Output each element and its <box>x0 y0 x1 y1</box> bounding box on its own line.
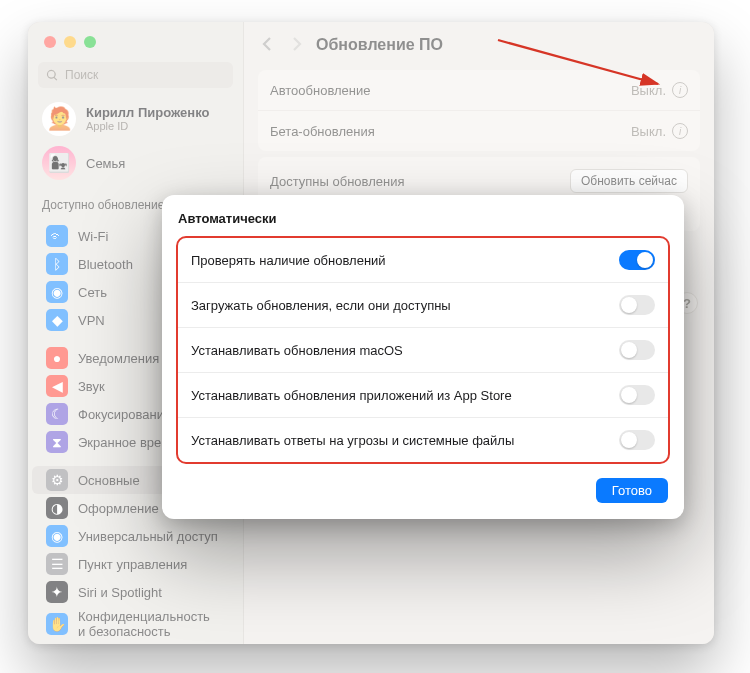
dialog-title: Автоматически <box>162 207 684 236</box>
back-button[interactable] <box>260 36 278 54</box>
sidebar-item-label: Основные <box>78 473 140 488</box>
value-beta-updates: Выкл. i <box>631 123 688 139</box>
sidebar-item-label: Оформление <box>78 501 159 516</box>
minimize-icon[interactable] <box>64 36 76 48</box>
sidebar-item-label: Фокусирование <box>78 407 171 422</box>
sidebar-item-label: Siri и Spotlight <box>78 585 162 600</box>
toggle-row: Устанавливать обновления приложений из A… <box>178 372 668 417</box>
sidebar-item-label: Уведомления <box>78 351 159 366</box>
cc-icon: ☰ <box>46 553 68 575</box>
automatic-updates-dialog: Автоматически Проверять наличие обновлен… <box>162 195 684 519</box>
sidebar-item-label: Bluetooth <box>78 257 133 272</box>
toggle-row: Загружать обновления, если они доступны <box>178 282 668 327</box>
profile-name: Кирилл Пироженко <box>86 106 209 121</box>
close-icon[interactable] <box>44 36 56 48</box>
value-auto-update: Выкл. i <box>631 82 688 98</box>
wifi-icon: ᯤ <box>46 225 68 247</box>
sidebar-item-label: Конфиденциальность и безопасность <box>78 609 210 639</box>
update-now-button[interactable]: Обновить сейчас <box>570 169 688 193</box>
sidebar-item-family[interactable]: 👩‍👧 Семья <box>28 142 243 186</box>
screen-icon: ⧗ <box>46 431 68 453</box>
toggle-switch[interactable] <box>619 385 655 405</box>
info-icon[interactable]: i <box>672 123 688 139</box>
content-header: Обновление ПО <box>244 22 714 64</box>
sidebar-item-label: Сеть <box>78 285 107 300</box>
net-icon: ◉ <box>46 281 68 303</box>
toggle-label: Устанавливать ответы на угрозы и системн… <box>191 433 514 448</box>
row-beta-updates[interactable]: Бета-обновления Выкл. i <box>258 110 700 151</box>
sidebar-item-apple-id[interactable]: 🧑‍🦰 Кирилл Пироженко Apple ID <box>28 98 243 142</box>
sidebar-item-label: Универсальный доступ <box>78 529 218 544</box>
toggle-row: Проверять наличие обновлений <box>178 238 668 282</box>
sidebar-item-acc[interactable]: ◉Универсальный доступ <box>32 522 239 550</box>
dialog-options-list: Проверять наличие обновленийЗагружать об… <box>176 236 670 464</box>
sidebar-item-label: VPN <box>78 313 105 328</box>
window-controls <box>28 22 243 48</box>
toggle-label: Загружать обновления, если они доступны <box>191 298 451 313</box>
toggle-label: Устанавливать обновления macOS <box>191 343 403 358</box>
toggle-row: Устанавливать обновления macOS <box>178 327 668 372</box>
toggle-switch[interactable] <box>619 340 655 360</box>
toggle-row: Устанавливать ответы на угрозы и системн… <box>178 417 668 462</box>
profile-sub: Apple ID <box>86 120 209 132</box>
bt-icon: ᛒ <box>46 253 68 275</box>
sidebar-item-label: Звук <box>78 379 105 394</box>
vpn-icon: ◆ <box>46 309 68 331</box>
toggle-label: Устанавливать обновления приложений из A… <box>191 388 512 403</box>
maximize-icon[interactable] <box>84 36 96 48</box>
bell-icon: ● <box>46 347 68 369</box>
sidebar-item-cc[interactable]: ☰Пункт управления <box>32 550 239 578</box>
sidebar-item-siri[interactable]: ✦Siri и Spotlight <box>32 578 239 606</box>
avatar: 🧑‍🦰 <box>42 102 76 136</box>
family-avatar-icon: 👩‍👧 <box>42 146 76 180</box>
info-icon[interactable]: i <box>672 82 688 98</box>
page-title: Обновление ПО <box>316 36 443 54</box>
done-button[interactable]: Готово <box>596 478 668 503</box>
search-icon <box>46 69 59 82</box>
toggle-switch[interactable] <box>619 430 655 450</box>
privacy-icon: ✋ <box>46 613 68 635</box>
siri-icon: ✦ <box>46 581 68 603</box>
acc-icon: ◉ <box>46 525 68 547</box>
toggle-label: Проверять наличие обновлений <box>191 253 386 268</box>
sidebar-item-privacy[interactable]: ✋Конфиденциальность и безопасность <box>32 606 239 642</box>
app-icon: ◑ <box>46 497 68 519</box>
sidebar-item-label: Wi-Fi <box>78 229 108 244</box>
row-auto-update[interactable]: Автообновление Выкл. i <box>258 70 700 110</box>
toggle-switch[interactable] <box>619 295 655 315</box>
toggle-switch[interactable] <box>619 250 655 270</box>
forward-button[interactable] <box>288 36 306 54</box>
search-input[interactable]: Поиск <box>38 62 233 88</box>
gear-icon: ⚙ <box>46 469 68 491</box>
sidebar-item-label: Пункт управления <box>78 557 187 572</box>
auto-update-card: Автообновление Выкл. i Бета-обновления В… <box>258 70 700 151</box>
focus-icon: ☾ <box>46 403 68 425</box>
sound-icon: ◀ <box>46 375 68 397</box>
